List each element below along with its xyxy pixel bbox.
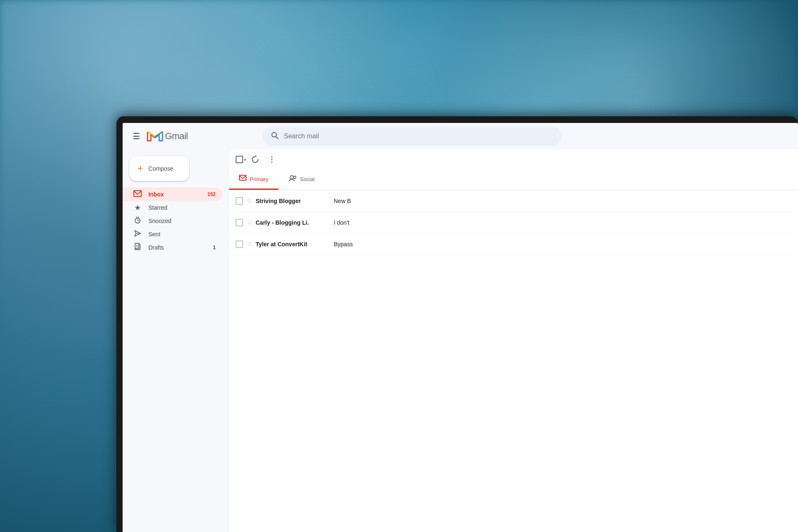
email-preview-1: New B [334,198,791,204]
email-subject-3: Bypass [334,241,353,248]
search-icon [271,131,279,142]
sidebar-item-sent[interactable]: Sent [123,228,222,241]
snoozed-label: Snoozed [148,218,216,224]
sidebar-item-starred[interactable]: ★ Starred [123,201,222,214]
drafts-count: 1 [213,245,216,250]
svg-point-14 [271,159,273,160]
compose-label: Compose [148,165,173,172]
select-all-control[interactable]: ▾ [236,156,246,163]
sidebar-item-snoozed[interactable]: Snoozed [123,214,222,228]
svg-point-17 [290,176,293,179]
header-left: ☰ Gmail [129,128,262,145]
search-bar[interactable] [262,127,562,146]
email-row[interactable]: ☆ Carly - Blogging Li. I don't [229,212,798,233]
inbox-count: 152 [207,191,216,197]
starred-label: Starred [148,204,216,211]
email-row[interactable]: ☆ Tyler at ConvertKit Bypass [229,233,798,255]
svg-point-18 [293,176,296,179]
email-checkbox-2[interactable] [236,219,243,226]
gmail-body: + Compose Inbox 152 ★ Starred [123,150,798,532]
search-input[interactable] [284,132,553,140]
email-checkbox-3[interactable] [236,240,243,248]
hamburger-icon-glyph: ☰ [133,132,140,141]
email-sender-1: Striving Blogger [256,198,330,204]
gmail-header: ☰ Gmail [123,123,798,150]
email-sender-3: Tyler at ConvertKit [256,241,330,248]
gmail-screen: ☰ Gmail [123,123,798,532]
select-all-checkbox[interactable] [236,156,243,163]
email-sender-2: Carly - Blogging Li. [256,219,330,226]
sent-icon [133,230,142,239]
select-dropdown-arrow[interactable]: ▾ [244,157,246,162]
email-preview-3: Bypass [334,241,791,248]
svg-point-13 [271,157,273,158]
drafts-icon [133,243,142,253]
sidebar-item-inbox[interactable]: Inbox 152 [123,188,222,201]
email-subject-2: I don't [334,219,350,226]
primary-tab-icon [239,174,246,184]
more-button[interactable] [264,152,279,167]
sidebar-item-drafts[interactable]: Drafts 1 [123,241,222,254]
email-subject-1: New B [334,198,351,204]
svg-point-15 [271,162,273,163]
email-star-1[interactable]: ☆ [246,197,252,205]
gmail-app-name: Gmail [165,131,188,142]
social-tab-icon [288,174,297,184]
svg-rect-10 [135,243,139,248]
gmail-logo: Gmail [147,130,188,142]
inbox-icon [133,189,142,200]
hamburger-menu-icon[interactable]: ☰ [129,128,143,145]
svg-line-7 [138,217,139,218]
primary-tab-label: Primary [250,176,268,182]
gmail-m-icon [147,130,163,142]
starred-icon: ★ [133,203,142,212]
svg-line-1 [276,137,278,139]
social-tab-label: Social [300,176,315,182]
tab-social[interactable]: Social [278,169,325,190]
email-preview-2: I don't [334,219,791,226]
refresh-button[interactable] [248,152,263,167]
compose-icon: + [138,163,143,174]
sidebar: + Compose Inbox 152 ★ Starred [123,150,229,532]
email-star-3[interactable]: ☆ [246,240,252,248]
compose-button[interactable]: + Compose [129,156,189,181]
drafts-label: Drafts [148,244,206,251]
email-list: ☆ Striving Blogger New B ☆ Carly - Blogg… [229,190,798,532]
email-area: ▾ [229,150,798,532]
snoozed-icon [133,216,142,226]
email-toolbar: ▾ [229,150,798,169]
email-star-2[interactable]: ☆ [246,218,252,226]
email-checkbox-1[interactable] [236,197,243,205]
email-row[interactable]: ☆ Striving Blogger New B [229,190,798,212]
tab-primary[interactable]: Primary [229,169,278,190]
tab-bar: Primary Social [229,169,798,190]
inbox-label: Inbox [148,191,201,198]
sent-label: Sent [148,231,216,238]
